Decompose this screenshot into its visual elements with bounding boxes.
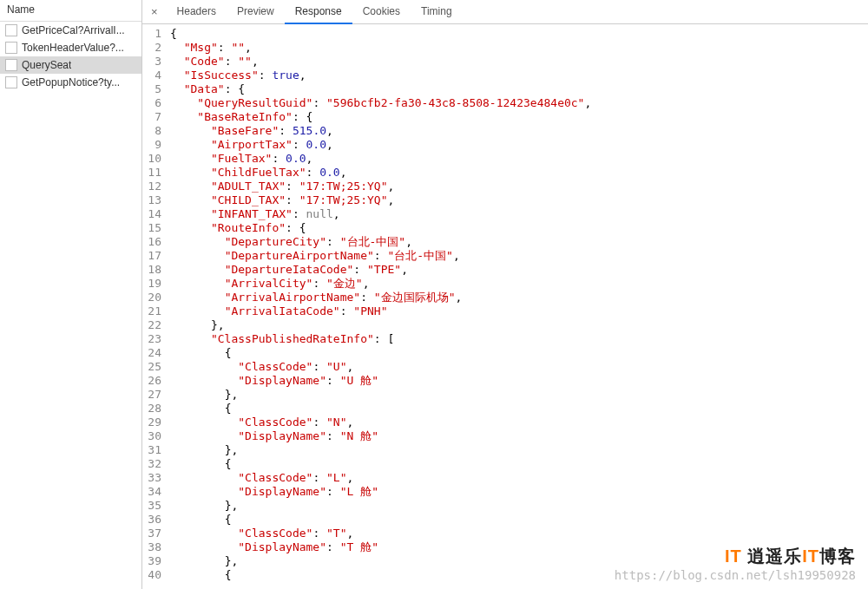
file-icon (5, 59, 17, 71)
request-item[interactable]: GetPriceCal?ArrivalI... (0, 22, 141, 39)
tab-preview[interactable]: Preview (227, 0, 285, 23)
request-sidebar: Name GetPriceCal?ArrivalI...TokenHeaderV… (0, 0, 142, 589)
tab-headers[interactable]: Headers (167, 0, 227, 23)
request-list: GetPriceCal?ArrivalI...TokenHeaderValue?… (0, 22, 141, 91)
sidebar-header: Name (0, 0, 141, 22)
tab-cookies[interactable]: Cookies (352, 0, 411, 23)
close-icon[interactable]: × (148, 5, 167, 18)
request-item[interactable]: QuerySeat (0, 56, 141, 74)
request-label: QuerySeat (22, 59, 71, 71)
file-icon (5, 24, 17, 36)
response-body[interactable]: 1234567891011121314151617181920212223242… (142, 24, 868, 589)
file-icon (5, 76, 17, 88)
request-label: GetPriceCal?ArrivalI... (22, 24, 125, 36)
request-label: TokenHeaderValue?... (22, 42, 124, 54)
tab-response[interactable]: Response (285, 0, 352, 24)
json-code: { "Msg": "", "Code": "", "IsSuccess": tr… (170, 27, 591, 589)
request-label: GetPopupNotice?ty... (22, 76, 120, 88)
request-item[interactable]: TokenHeaderValue?... (0, 39, 141, 56)
request-item[interactable]: GetPopupNotice?ty... (0, 74, 141, 91)
detail-tabs: × HeadersPreviewResponseCookiesTiming (142, 0, 868, 24)
tab-timing[interactable]: Timing (411, 0, 463, 23)
content-pane: × HeadersPreviewResponseCookiesTiming 12… (142, 0, 868, 589)
file-icon (5, 42, 17, 54)
line-gutter: 1234567891011121314151617181920212223242… (142, 27, 170, 589)
